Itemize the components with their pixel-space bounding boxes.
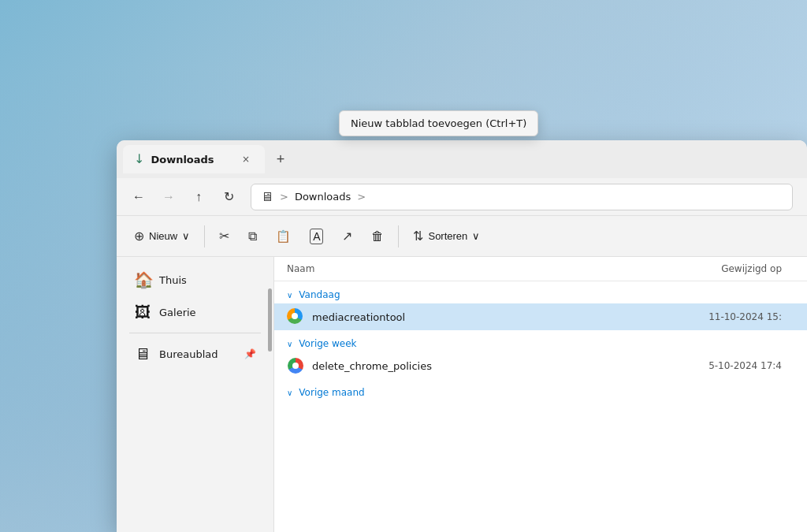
delete-icon: 🗑	[371, 229, 384, 244]
up-button[interactable]: ↑	[186, 184, 211, 210]
cut-button[interactable]: ✂	[211, 222, 237, 251]
group-vorige-week-label: Vorige week	[299, 338, 356, 349]
delete-chrome-icon	[287, 357, 304, 374]
copy-icon: ⧉	[248, 229, 257, 244]
computer-icon: 🖥	[261, 189, 273, 204]
toolbar-divider-1	[204, 225, 205, 247]
main-content: 🏠 Thuis 🖼 Galerie 🖥 Bureaublad 📌 Naam Ge…	[117, 257, 807, 532]
file-row-delete-chrome[interactable]: delete_chrome_policies 5-10-2024 17:4	[274, 352, 807, 379]
new-label: Nieuw	[149, 230, 177, 242]
paste-button[interactable]: 📋	[268, 222, 299, 251]
sort-button[interactable]: ⇅ Sorteren ∨	[405, 222, 488, 251]
group-vandaag-arrow: ∨	[287, 291, 292, 299]
file-list-header: Naam Gewijzigd op	[274, 257, 807, 281]
group-vorige-week-arrow: ∨	[287, 340, 292, 348]
cut-icon: ✂	[219, 229, 229, 244]
rename-button[interactable]: A	[302, 222, 331, 251]
sidebar-label-thuis: Thuis	[159, 274, 187, 286]
toolbar-divider-2	[398, 225, 399, 247]
sidebar-label-bureaublad: Bureaublad	[159, 348, 218, 360]
file-list: Naam Gewijzigd op ∨ Vandaag mediacreatio…	[274, 257, 807, 532]
file-date-mediacreationtool: 11-10-2024 15:	[668, 311, 794, 322]
forward-button[interactable]: →	[156, 184, 181, 210]
address-path: Downloads	[295, 191, 351, 203]
share-icon: ↗	[342, 229, 352, 244]
group-vandaag-label: Vandaag	[299, 289, 340, 300]
new-icon: ⊕	[134, 229, 144, 244]
gallery-icon: 🖼	[134, 303, 151, 322]
copy-button[interactable]: ⧉	[240, 222, 265, 251]
sidebar-item-thuis[interactable]: 🏠 Thuis	[121, 264, 269, 296]
address-sep-2: >	[357, 191, 366, 203]
desktop-icon: 🖥	[134, 344, 151, 363]
file-name-delete-chrome: delete_chrome_policies	[312, 360, 660, 372]
share-button[interactable]: ↗	[334, 222, 360, 251]
group-vandaag[interactable]: ∨ Vandaag	[274, 281, 807, 303]
sidebar-item-bureaublad[interactable]: 🖥 Bureaublad 📌	[121, 338, 269, 370]
rename-icon: A	[310, 229, 323, 244]
home-icon: 🏠	[134, 270, 151, 289]
group-vorige-week[interactable]: ∨ Vorige week	[274, 330, 807, 352]
new-dropdown-icon: ∨	[182, 230, 190, 242]
new-button[interactable]: ⊕ Nieuw ∨	[126, 222, 198, 251]
sidebar-divider	[129, 333, 261, 333]
sidebar-item-galerie[interactable]: 🖼 Galerie	[121, 296, 269, 328]
downloads-tab-title: Downloads	[151, 154, 214, 166]
downloads-tab[interactable]: ↓ Downloads ×	[123, 145, 265, 173]
file-date-delete-chrome: 5-10-2024 17:4	[668, 360, 794, 371]
group-vorige-maand-arrow: ∨	[287, 389, 292, 397]
sidebar: 🏠 Thuis 🖼 Galerie 🖥 Bureaublad 📌	[117, 257, 274, 532]
sort-dropdown-icon: ∨	[472, 230, 480, 242]
sort-label: Sorteren	[428, 230, 467, 242]
tab-close-button[interactable]: ×	[238, 151, 254, 167]
delete-button[interactable]: 🗑	[363, 222, 392, 251]
address-bar[interactable]: 🖥 > Downloads >	[251, 184, 793, 210]
file-name-mediacreationtool: mediacreationtool	[312, 311, 660, 323]
pin-icon: 📌	[244, 348, 256, 359]
downloads-tab-icon: ↓	[134, 153, 144, 166]
title-bar: ↓ Downloads × +	[117, 140, 807, 178]
mediacreationtool-icon	[287, 308, 304, 326]
toolbar: ⊕ Nieuw ∨ ✂ ⧉ 📋 A ↗ 🗑 ⇅ Sorteren ∨	[117, 216, 807, 257]
new-tab-button[interactable]: +	[268, 147, 293, 172]
sidebar-label-galerie: Galerie	[159, 307, 196, 318]
back-button[interactable]: ←	[126, 184, 151, 210]
paste-icon: 📋	[276, 229, 291, 244]
nav-bar: ← → ↑ ↻ 🖥 > Downloads >	[117, 178, 807, 216]
group-vorige-maand-label: Vorige maand	[299, 387, 364, 398]
file-explorer-window: ↓ Downloads × + ← → ↑ ↻ 🖥 > Downloads > …	[117, 140, 807, 532]
new-tab-tooltip: Nieuw tabblad toevoegen (Ctrl+T)	[339, 110, 538, 136]
sort-icon: ⇅	[413, 229, 423, 244]
sidebar-scrollbar[interactable]	[268, 288, 272, 352]
header-date: Gewijzigd op	[668, 263, 794, 274]
header-name: Naam	[287, 263, 668, 274]
refresh-button[interactable]: ↻	[216, 184, 241, 210]
address-sep-1: >	[280, 191, 288, 203]
group-vorige-maand[interactable]: ∨ Vorige maand	[274, 379, 807, 401]
file-row-mediacreationtool[interactable]: mediacreationtool 11-10-2024 15:	[274, 303, 807, 330]
